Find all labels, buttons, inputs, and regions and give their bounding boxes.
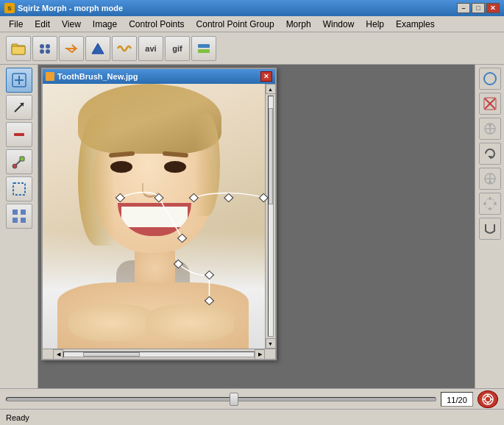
hscroll-thumb[interactable] bbox=[83, 352, 140, 357]
menu-control-points[interactable]: Control Points bbox=[123, 18, 190, 31]
right-toolbar bbox=[475, 65, 504, 388]
hscroll-track[interactable] bbox=[63, 351, 255, 357]
avi-button[interactable]: avi bbox=[138, 36, 163, 61]
svg-point-51 bbox=[489, 207, 491, 210]
image-window-icon bbox=[46, 72, 54, 81]
svg-rect-20 bbox=[20, 157, 24, 161]
svg-rect-23 bbox=[13, 210, 18, 215]
close-button[interactable]: ✕ bbox=[486, 3, 500, 13]
menu-help[interactable]: Help bbox=[360, 18, 390, 31]
scroll-left-button[interactable]: ◀ bbox=[53, 349, 63, 360]
gif-button[interactable]: gif bbox=[165, 36, 190, 61]
rotate-tool-button[interactable] bbox=[479, 143, 501, 165]
menu-view[interactable]: View bbox=[56, 18, 87, 31]
menu-examples[interactable]: Examples bbox=[390, 18, 441, 31]
svg-point-4 bbox=[46, 44, 50, 49]
svg-rect-2 bbox=[12, 46, 25, 54]
menu-image[interactable]: Image bbox=[87, 18, 123, 31]
svg-point-48 bbox=[489, 181, 491, 184]
target-button[interactable] bbox=[478, 390, 498, 408]
menu-file[interactable]: File bbox=[3, 18, 29, 31]
app-icon: S bbox=[4, 3, 15, 13]
eyedropper-button[interactable] bbox=[6, 149, 32, 174]
gif-label: gif bbox=[172, 44, 182, 53]
minimize-button[interactable]: – bbox=[457, 3, 470, 13]
image-window-close-button[interactable]: ✕ bbox=[260, 71, 272, 82]
frame-slider[interactable] bbox=[6, 397, 436, 401]
menu-edit[interactable]: Edit bbox=[29, 18, 56, 31]
svg-rect-30 bbox=[224, 193, 233, 201]
wave-tool-button[interactable] bbox=[112, 36, 137, 61]
canvas-area: ToothBrush_New.jpg ✕ bbox=[38, 65, 475, 388]
bar-tool-button[interactable] bbox=[191, 36, 216, 61]
pin-up-tool-button[interactable] bbox=[479, 118, 501, 140]
horizontal-scrollbar[interactable]: ◀ ▶ bbox=[43, 349, 275, 359]
open-folder-button[interactable] bbox=[6, 36, 31, 61]
triangle-tool-button[interactable] bbox=[85, 36, 110, 61]
avi-label: avi bbox=[145, 44, 156, 53]
image-window-title: ToothBrush_New.jpg bbox=[57, 72, 138, 81]
image-window: ToothBrush_New.jpg ✕ bbox=[41, 68, 277, 360]
rectangle-select-button[interactable] bbox=[6, 176, 32, 201]
scroll-down-button[interactable]: ▼ bbox=[266, 338, 276, 349]
svg-point-6 bbox=[46, 49, 50, 54]
menu-bar: File Edit View Image Control Points Cont… bbox=[0, 16, 504, 32]
menu-control-point-group[interactable]: Control Point Group bbox=[191, 18, 280, 31]
menu-window[interactable]: Window bbox=[317, 18, 361, 31]
svg-point-53 bbox=[494, 202, 497, 205]
svg-rect-12 bbox=[198, 49, 210, 53]
cross-tool-button[interactable] bbox=[479, 93, 501, 115]
svg-rect-18 bbox=[14, 133, 24, 136]
dots-tool-button[interactable] bbox=[32, 36, 57, 61]
add-point-button[interactable] bbox=[6, 68, 32, 93]
person-image bbox=[43, 84, 275, 349]
window-title: Sqirlz Morph - morph mode bbox=[18, 4, 457, 12]
arrow-tool-button[interactable] bbox=[59, 36, 84, 61]
arrow-diagonal-button[interactable] bbox=[6, 95, 32, 120]
vertical-scrollbar[interactable]: ▲ ▼ bbox=[265, 84, 275, 349]
svg-point-49 bbox=[485, 199, 495, 209]
scroll-right-button[interactable]: ▶ bbox=[255, 349, 265, 360]
main-area: ToothBrush_New.jpg ✕ bbox=[0, 65, 504, 388]
svg-marker-10 bbox=[92, 43, 104, 54]
svg-point-36 bbox=[484, 73, 496, 85]
svg-point-43 bbox=[489, 124, 491, 126]
menu-morph[interactable]: Morph bbox=[280, 18, 317, 31]
u-shape-button[interactable] bbox=[479, 218, 501, 240]
image-container bbox=[43, 84, 275, 349]
pin-down-tool-button[interactable] bbox=[479, 168, 501, 190]
main-toolbar: avi gif bbox=[0, 32, 504, 65]
image-window-titlebar: ToothBrush_New.jpg ✕ bbox=[43, 69, 275, 84]
dots-circle-button[interactable] bbox=[479, 193, 501, 215]
left-toolbar bbox=[0, 65, 38, 388]
bottom-slider-bar: 11/20 bbox=[0, 388, 504, 409]
maximize-button[interactable]: □ bbox=[472, 3, 485, 13]
ellipse-tool-button[interactable] bbox=[479, 68, 501, 90]
scroll-up-button[interactable]: ▲ bbox=[266, 84, 276, 94]
svg-rect-24 bbox=[21, 210, 26, 215]
svg-point-3 bbox=[40, 44, 44, 49]
minus-tool-button[interactable] bbox=[6, 122, 32, 147]
status-text: Ready bbox=[6, 413, 29, 422]
svg-point-52 bbox=[483, 202, 486, 205]
svg-rect-25 bbox=[13, 218, 18, 223]
svg-point-55 bbox=[485, 396, 491, 402]
status-bar: Ready bbox=[0, 409, 504, 425]
window-controls: – □ ✕ bbox=[457, 3, 500, 13]
title-bar: S Sqirlz Morph - morph mode – □ ✕ bbox=[0, 0, 504, 16]
vscroll-thumb[interactable] bbox=[269, 108, 273, 204]
svg-rect-11 bbox=[198, 44, 210, 48]
svg-rect-26 bbox=[21, 218, 26, 223]
svg-point-5 bbox=[40, 49, 44, 54]
vscroll-track[interactable] bbox=[268, 96, 274, 337]
svg-point-50 bbox=[489, 197, 491, 200]
frame-slider-thumb[interactable] bbox=[230, 393, 238, 406]
grid-tool-button[interactable] bbox=[6, 204, 32, 229]
frame-counter: 11/20 bbox=[441, 392, 473, 407]
svg-point-21 bbox=[13, 164, 17, 168]
svg-rect-22 bbox=[13, 183, 25, 195]
